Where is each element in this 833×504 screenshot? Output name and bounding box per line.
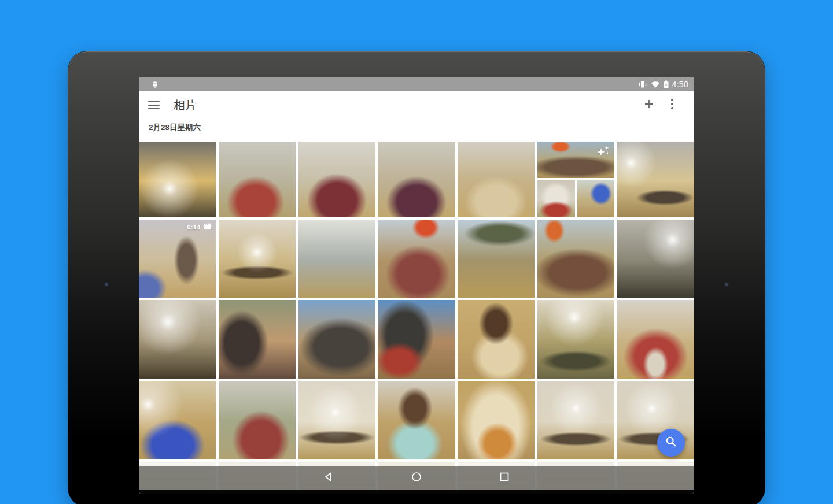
battery-charging-icon <box>664 80 669 88</box>
photo-thumbnail[interactable] <box>298 142 375 217</box>
photo-thumbnail[interactable] <box>617 142 694 217</box>
home-button[interactable] <box>373 466 460 490</box>
photo-thumbnail[interactable] <box>378 381 455 459</box>
photo-thumbnail[interactable] <box>378 300 455 379</box>
photo-thumbnail[interactable] <box>139 381 216 459</box>
photo-thumbnail[interactable] <box>298 381 375 459</box>
photo-thumbnail[interactable] <box>537 220 614 298</box>
video-thumbnail[interactable]: 0:14 <box>139 220 216 298</box>
composite-bottom-row <box>537 180 614 217</box>
photo-thumbnail[interactable] <box>378 220 455 298</box>
photo-thumbnail[interactable] <box>458 300 535 379</box>
photo-thumbnail[interactable] <box>537 381 614 459</box>
navigation-bar <box>139 466 694 490</box>
video-duration-badge: 0:14 <box>187 223 212 231</box>
photo-thumbnail[interactable] <box>298 220 375 298</box>
photo-grid-row: 0:14 <box>139 220 694 298</box>
add-button[interactable] <box>637 94 661 117</box>
photo-thumbnail[interactable] <box>458 381 535 459</box>
overflow-menu-button[interactable] <box>661 94 684 117</box>
photo-thumbnail[interactable] <box>617 300 694 379</box>
recents-button[interactable] <box>460 466 548 490</box>
android-debug-icon <box>152 80 159 88</box>
photo-thumbnail[interactable] <box>378 142 455 217</box>
photo-thumbnail[interactable] <box>458 220 535 298</box>
photo-thumbnail[interactable] <box>219 142 296 217</box>
photo-thumbnail[interactable] <box>537 300 614 379</box>
add-icon <box>643 98 655 112</box>
composite-photo-cell <box>537 142 614 217</box>
photo-grid: 0:14 <box>139 142 694 494</box>
status-clock: 4:50 <box>672 80 688 89</box>
search-icon <box>665 435 677 450</box>
video-duration: 0:14 <box>187 224 200 231</box>
recents-icon <box>499 472 510 484</box>
hamburger-menu-icon[interactable] <box>148 101 160 109</box>
home-icon <box>411 472 422 484</box>
bezel-camera-dot <box>724 281 729 287</box>
device-screen: 4:50 相片 2月28日星期六 <box>139 77 694 494</box>
app-bar: 相片 <box>139 91 694 119</box>
photo-thumbnail[interactable] <box>458 142 535 217</box>
search-fab-button[interactable] <box>657 429 685 457</box>
photo-thumbnail[interactable] <box>219 220 296 298</box>
tablet-device-frame: 4:50 相片 2月28日星期六 <box>68 51 765 504</box>
vibrate-icon <box>638 80 647 88</box>
page-background: 4:50 相片 2月28日星期六 <box>0 0 833 504</box>
photo-thumbnail[interactable] <box>219 381 296 459</box>
photo-thumbnail[interactable] <box>219 300 296 379</box>
screen-bottom-strip <box>139 490 694 494</box>
status-bar: 4:50 <box>139 77 694 91</box>
photo-grid-row <box>139 381 694 459</box>
photo-thumbnail[interactable] <box>537 180 575 217</box>
photo-thumbnail[interactable] <box>298 300 375 379</box>
photo-thumbnail[interactable] <box>537 142 614 178</box>
photo-thumbnail[interactable] <box>139 142 216 217</box>
auto-awesome-icon <box>596 144 611 161</box>
movie-icon <box>203 223 212 231</box>
back-button[interactable] <box>285 466 373 490</box>
bezel-camera-dot <box>104 281 109 287</box>
photo-thumbnail[interactable] <box>577 180 615 217</box>
wifi-icon <box>651 81 660 88</box>
photo-grid-row <box>139 142 694 217</box>
photo-grid-row <box>139 300 694 379</box>
overflow-menu-icon <box>670 98 674 112</box>
date-header: 2月28日星期六 <box>149 123 201 133</box>
page-title: 相片 <box>174 98 197 113</box>
photo-thumbnail[interactable] <box>617 220 694 298</box>
back-icon <box>323 472 334 484</box>
photo-thumbnail[interactable] <box>139 300 216 379</box>
